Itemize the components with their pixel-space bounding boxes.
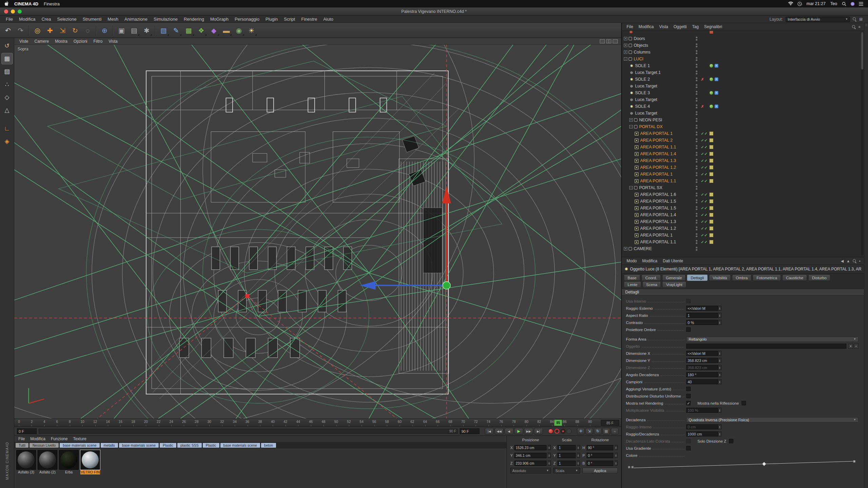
range-start-field[interactable]: 0 F bbox=[17, 428, 37, 434]
stepper-icon[interactable] bbox=[718, 424, 722, 429]
layout-select[interactable]: Interfaccia di Avvio ▼ bbox=[786, 17, 850, 22]
material-menu-modifica[interactable]: Modifica bbox=[27, 436, 48, 441]
visibility-dots[interactable] bbox=[696, 125, 697, 129]
stepper-icon[interactable] bbox=[548, 445, 551, 450]
tree-row-luce-target-1[interactable]: ⊕Luce.Target.1 bbox=[622, 69, 864, 76]
layer-tab-base-materials-scene[interactable]: base materials scene bbox=[60, 443, 99, 448]
tree-row-sole-3[interactable]: ✺SOLE 3+ bbox=[622, 89, 864, 96]
minimize-window-button[interactable] bbox=[11, 9, 15, 14]
menu-animazione[interactable]: Animazione bbox=[121, 17, 151, 22]
aggiungi-venature-lento-checkbox[interactable] bbox=[686, 387, 691, 391]
rotate-tool-icon[interactable]: ↻ bbox=[69, 24, 81, 36]
prev-frame-button[interactable]: ◀ bbox=[505, 428, 513, 434]
comp-tag-icon[interactable] bbox=[709, 77, 713, 81]
tree-row-objects[interactable]: +Objects bbox=[622, 42, 864, 49]
visibility-dots[interactable] bbox=[696, 84, 697, 88]
tree-row-area-portal-1-2[interactable]: AREA PORTAL 1.2✓✓ bbox=[622, 225, 864, 232]
coord-mode-select[interactable]: Assoluto▼ bbox=[510, 468, 551, 473]
tree-row-columns[interactable]: +Columns bbox=[622, 49, 864, 56]
stepper-icon[interactable] bbox=[548, 461, 551, 466]
tree-row-area-portal-1-5[interactable]: AREA PORTAL 1.5✓✓ bbox=[622, 198, 864, 205]
campioni-input[interactable]: 40 bbox=[686, 379, 718, 384]
stepper-icon[interactable] bbox=[718, 351, 722, 356]
moltiplicatore-visibilit-input[interactable]: 100 % bbox=[686, 408, 718, 413]
aspect-ratio-input[interactable]: 1 bbox=[686, 313, 718, 318]
tree-row-camere[interactable]: +CAMERE bbox=[622, 245, 864, 252]
tab-dettagli[interactable]: Dettagli bbox=[687, 274, 708, 281]
tree-row-area-portal-1-4[interactable]: AREA PORTAL 1.4✓✓ bbox=[622, 211, 864, 218]
render-picture-viewer-icon[interactable]: ▤ bbox=[128, 24, 140, 36]
area-tag-icon[interactable] bbox=[709, 172, 713, 176]
enabled-check-icon[interactable]: ✓ bbox=[701, 159, 704, 163]
undo-icon[interactable]: ↶ bbox=[2, 24, 14, 36]
viewport-menu-viste[interactable]: Viste bbox=[16, 39, 31, 44]
raggio-interno-input[interactable]: 0 cm bbox=[686, 424, 718, 429]
enabled-check-icon[interactable]: ✓ bbox=[701, 145, 704, 149]
forma-area-select[interactable]: Rettangolo▼ bbox=[686, 337, 859, 342]
stepper-icon[interactable] bbox=[718, 358, 722, 363]
move-tool-icon[interactable]: ✚ bbox=[44, 24, 56, 36]
tree-row-area-portal-1[interactable]: AREA PORTAL 1✓✓ bbox=[622, 232, 864, 239]
visibility-dots[interactable] bbox=[696, 199, 697, 203]
layer-tab-base-materials-scene[interactable]: base materials scene bbox=[119, 443, 159, 448]
pla-record-toggle[interactable]: ≈ bbox=[611, 428, 618, 434]
visibility-dots[interactable] bbox=[696, 159, 697, 163]
menu-list-icon[interactable] bbox=[859, 2, 863, 6]
edges-mode-icon[interactable]: ◇ bbox=[1, 92, 13, 103]
enabled-check-icon[interactable]: ✓ bbox=[701, 220, 704, 224]
stepper-icon[interactable] bbox=[718, 313, 722, 318]
layout-grid-icon[interactable]: ⊞ bbox=[859, 17, 863, 22]
subdivision-surface-icon[interactable]: ▩ bbox=[183, 24, 195, 36]
stepper-icon[interactable] bbox=[718, 431, 722, 436]
enabled-check-icon[interactable]: ✓ bbox=[701, 213, 704, 217]
timeline-end-field[interactable]: 85 F bbox=[601, 420, 619, 426]
coord-rotazione-b-field[interactable]: 0 ° bbox=[587, 461, 613, 466]
stepper-icon[interactable] bbox=[577, 461, 580, 466]
polygons-mode-icon[interactable]: △ bbox=[1, 104, 13, 116]
expand-toggle-icon[interactable]: + bbox=[624, 37, 627, 40]
mostra-nella-riflessione-checkbox[interactable] bbox=[742, 401, 746, 405]
record-keyframe-button[interactable] bbox=[548, 429, 553, 434]
stepper-icon[interactable] bbox=[718, 320, 722, 325]
visibility-dots[interactable] bbox=[696, 37, 697, 41]
visibility-dots[interactable] bbox=[696, 138, 697, 142]
right-edge-strip[interactable] bbox=[864, 23, 868, 488]
area-tag-icon[interactable] bbox=[709, 179, 713, 183]
layer-tab-base-materials-scene[interactable]: base materials scene bbox=[220, 443, 260, 448]
tree-row-luce-target[interactable]: ⊕Luce.Target bbox=[622, 83, 864, 89]
tree-row-luci[interactable]: −LUCI bbox=[622, 56, 864, 62]
enabled-check-icon[interactable]: ✓ bbox=[704, 165, 707, 170]
model-mode-icon[interactable]: ▦ bbox=[1, 53, 13, 64]
visibility-dots[interactable] bbox=[696, 172, 697, 176]
enabled-check-icon[interactable]: ✓ bbox=[701, 165, 704, 170]
wifi-icon[interactable] bbox=[788, 2, 793, 6]
viewport-menu-filtro[interactable]: Filtro bbox=[91, 39, 106, 44]
enabled-check-icon[interactable]: ✓ bbox=[701, 240, 704, 244]
scroll-up-icon[interactable]: ▲ bbox=[846, 259, 850, 263]
viewport-menu-opzioni[interactable]: Opzioni bbox=[71, 39, 91, 44]
object-picker-icon[interactable]: ▾ bbox=[848, 344, 853, 349]
material-menu-texture[interactable]: Texture bbox=[70, 436, 89, 441]
viewport-menu-camere[interactable]: Camere bbox=[31, 39, 52, 44]
position-record-toggle[interactable]: ✛ bbox=[577, 428, 585, 434]
menu-mesh[interactable]: Mesh bbox=[104, 17, 121, 22]
area-tag-icon[interactable] bbox=[709, 192, 713, 197]
deformer-icon[interactable]: ◆ bbox=[208, 24, 220, 36]
am-menu-dati-utente[interactable]: Dati Utente bbox=[660, 259, 686, 263]
enabled-check-icon[interactable]: ✓ bbox=[704, 199, 707, 204]
visibility-dots[interactable] bbox=[696, 118, 697, 122]
area-tag-icon[interactable] bbox=[709, 213, 713, 217]
enabled-check-icon[interactable]: ✓ bbox=[701, 179, 704, 183]
preview-range-slider[interactable]: 90 F bbox=[39, 429, 458, 434]
area-tag-icon[interactable] bbox=[709, 131, 713, 136]
tree-row-portal-sx[interactable]: −PORTAL SX bbox=[622, 184, 864, 191]
menu-selezione[interactable]: Selezione bbox=[54, 17, 80, 22]
tree-row-area-portal-1-2[interactable]: AREA PORTAL 1.2✓✓ bbox=[622, 164, 864, 171]
area-tag-icon[interactable] bbox=[709, 145, 713, 149]
enabled-check-icon[interactable]: ✓ bbox=[701, 233, 704, 238]
stepper-icon[interactable] bbox=[577, 445, 580, 450]
tree-row-luce-target[interactable]: ⊕Luce.Target bbox=[622, 110, 864, 117]
expand-toggle-icon[interactable]: + bbox=[624, 50, 627, 54]
prev-key-button[interactable]: ◀◀ bbox=[495, 428, 504, 434]
tree-row-area-portal-1-4[interactable]: AREA PORTAL 1.4✓✓ bbox=[622, 150, 864, 157]
